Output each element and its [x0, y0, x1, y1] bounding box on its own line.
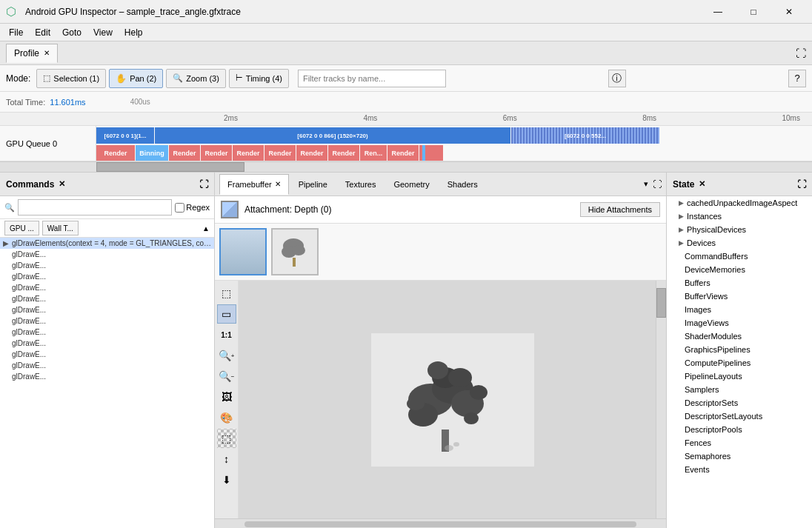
- close-button[interactable]: ✕: [772, 0, 806, 24]
- render-seg-4[interactable]: Render: [233, 145, 264, 161]
- framebuffer-tab-close[interactable]: ✕: [275, 180, 281, 188]
- state-item-bufferviews[interactable]: BufferViews: [667, 290, 812, 303]
- state-item-fences[interactable]: Fences: [667, 436, 812, 450]
- table-row[interactable]: glDrawE...: [0, 304, 214, 315]
- render-seg-2[interactable]: Render: [169, 145, 200, 161]
- wall-sort-btn[interactable]: Wall T...: [42, 221, 79, 235]
- info-button[interactable]: ⓘ: [608, 70, 626, 87]
- table-row[interactable]: glDrawE...: [0, 315, 214, 327]
- sort-arrow-up[interactable]: ▲: [202, 224, 210, 233]
- select-tool-btn[interactable]: ⬚: [217, 284, 236, 303]
- state-item-devicememories[interactable]: DeviceMemories: [667, 263, 812, 276]
- timeline-scrollbar-h[interactable]: [0, 161, 812, 172]
- state-item-descriptorsetlayouts[interactable]: DescriptorSetLayouts: [667, 410, 812, 423]
- state-item-events[interactable]: Events: [667, 463, 812, 476]
- region-tool-btn[interactable]: ▭: [217, 304, 236, 324]
- state-item-commandbuffers[interactable]: CommandBuffers: [667, 250, 812, 263]
- image-tool-btn[interactable]: 🖼: [217, 387, 236, 407]
- tab-chevron-btn[interactable]: ▾: [644, 179, 648, 189]
- state-item-instances[interactable]: ▶ Instances: [667, 210, 812, 223]
- save-tool-btn[interactable]: ⬇: [217, 470, 236, 489]
- state-item-samplers[interactable]: Samplers: [667, 383, 812, 396]
- table-row[interactable]: glDrawE...: [0, 338, 214, 349]
- render-seg-3[interactable]: Render: [201, 145, 232, 161]
- state-item-descriptorsets[interactable]: DescriptorSets: [667, 396, 812, 410]
- state-item-images[interactable]: Images: [667, 303, 812, 316]
- fb-hscrollbar[interactable]: [215, 518, 666, 528]
- checker-tool-btn[interactable]: ⬚: [217, 429, 236, 448]
- tab-geometry[interactable]: Geometry: [385, 174, 437, 195]
- zoom-out-btn[interactable]: 🔍−: [217, 367, 236, 386]
- state-item-semaphores[interactable]: Semaphores: [667, 450, 812, 463]
- track-seg-2[interactable]: [6072 0 0 866] (1520×720): [155, 127, 510, 144]
- render-seg-9[interactable]: Render: [387, 145, 419, 161]
- menu-goto[interactable]: Goto: [56, 26, 87, 39]
- state-item-physicaldevices[interactable]: ▶ PhysicalDevices: [667, 223, 812, 236]
- fb-vscrollbar-thumb[interactable]: [656, 288, 666, 318]
- table-row[interactable]: glDrawE...: [0, 371, 214, 382]
- state-close-btn[interactable]: ✕: [699, 179, 705, 189]
- fb-vscrollbar[interactable]: [656, 281, 666, 518]
- table-row[interactable]: ▶ glDrawElements(context = 4, mode = GL_…: [0, 238, 214, 249]
- tab-expand-btn[interactable]: ⛶: [653, 179, 662, 190]
- render-seg-1[interactable]: Binning: [136, 145, 168, 161]
- menu-edit[interactable]: Edit: [29, 26, 56, 39]
- zoom-in-btn[interactable]: 🔍+: [217, 346, 236, 365]
- tab-shaders[interactable]: Shaders: [439, 174, 486, 195]
- profile-tab-close[interactable]: ✕: [44, 49, 50, 57]
- state-item-graphicspipelines[interactable]: GraphicsPipelines: [667, 343, 812, 356]
- state-item-cachedUnpacked[interactable]: ▶ cachedUnpackedImageAspect: [667, 196, 812, 210]
- selection-mode-btn[interactable]: ⬚ Selection (1): [36, 69, 106, 88]
- regex-checkbox[interactable]: [175, 203, 184, 213]
- state-item-buffers[interactable]: Buffers: [667, 276, 812, 290]
- color-tool-btn[interactable]: 🎨: [217, 408, 236, 427]
- tab-pipeline[interactable]: Pipeline: [290, 174, 336, 195]
- menu-help[interactable]: Help: [119, 26, 149, 39]
- render-seg-0[interactable]: Render: [96, 145, 135, 161]
- tab-framebuffer[interactable]: Framebuffer ✕: [219, 174, 289, 195]
- state-item-shadermodules[interactable]: ShaderModules: [667, 330, 812, 343]
- thumbnail-0[interactable]: [219, 228, 267, 275]
- track-seg-3[interactable]: [6072 0 0 552...: [511, 127, 659, 144]
- state-item-computepipelines[interactable]: ComputePipelines: [667, 356, 812, 370]
- table-row[interactable]: glDrawE...: [0, 293, 214, 304]
- table-row[interactable]: glDrawE...: [0, 327, 214, 338]
- regex-checkbox-label[interactable]: Regex: [175, 203, 210, 213]
- menu-view[interactable]: View: [87, 26, 119, 39]
- state-item-imageviews[interactable]: ImageViews: [667, 316, 812, 330]
- render-seg-6[interactable]: Render: [296, 145, 327, 161]
- tab-textures[interactable]: Textures: [337, 174, 385, 195]
- profile-tab[interactable]: Profile ✕: [6, 44, 58, 63]
- table-row[interactable]: glDrawE...: [0, 282, 214, 293]
- filter-tracks-input[interactable]: [298, 70, 446, 87]
- table-row[interactable]: glDrawE...: [0, 260, 214, 271]
- commands-close-btn[interactable]: ✕: [59, 179, 65, 189]
- state-item-descriptorpools[interactable]: DescriptorPools: [667, 423, 812, 436]
- fb-hscrollbar-track[interactable]: [244, 521, 636, 527]
- gpu-track[interactable]: [6072 0 0 1](1... [6072 0 0 866] (1520×7…: [96, 126, 802, 161]
- render-seg-5[interactable]: Render: [264, 145, 296, 161]
- maximize-view-btn[interactable]: ⛶: [796, 47, 806, 59]
- menu-file[interactable]: File: [3, 26, 29, 39]
- state-item-pipelinelayouts[interactable]: PipelineLayouts: [667, 370, 812, 383]
- table-row[interactable]: glDrawE...: [0, 349, 214, 360]
- framebuffer-canvas[interactable]: [239, 281, 666, 518]
- track-seg-1[interactable]: [6072 0 0 1](1...: [96, 127, 154, 144]
- render-seg-7[interactable]: Render: [328, 145, 359, 161]
- state-expand-btn[interactable]: ⛶: [797, 179, 806, 190]
- timing-mode-btn[interactable]: ⊢ Timing (4): [229, 69, 289, 88]
- render-seg-8[interactable]: Ren...: [360, 145, 387, 161]
- flip-tool-btn[interactable]: ↕: [217, 450, 236, 469]
- timeline-scrollbar-thumb[interactable]: [96, 162, 244, 172]
- thumbnail-1[interactable]: [271, 228, 319, 275]
- minimize-button[interactable]: —: [701, 0, 735, 24]
- gpu-sort-btn[interactable]: GPU ...: [4, 221, 39, 235]
- table-row[interactable]: glDrawE...: [0, 360, 214, 371]
- commands-search-input[interactable]: [18, 199, 172, 215]
- hide-attachments-btn[interactable]: Hide Attachments: [580, 202, 660, 217]
- table-row[interactable]: glDrawE...: [0, 249, 214, 260]
- onetoone-tool-btn[interactable]: 1:1: [217, 325, 236, 344]
- zoom-mode-btn[interactable]: 🔍 Zoom (3): [166, 69, 226, 88]
- table-row[interactable]: glDrawE...: [0, 271, 214, 282]
- pan-mode-btn[interactable]: ✋ Pan (2): [109, 69, 163, 88]
